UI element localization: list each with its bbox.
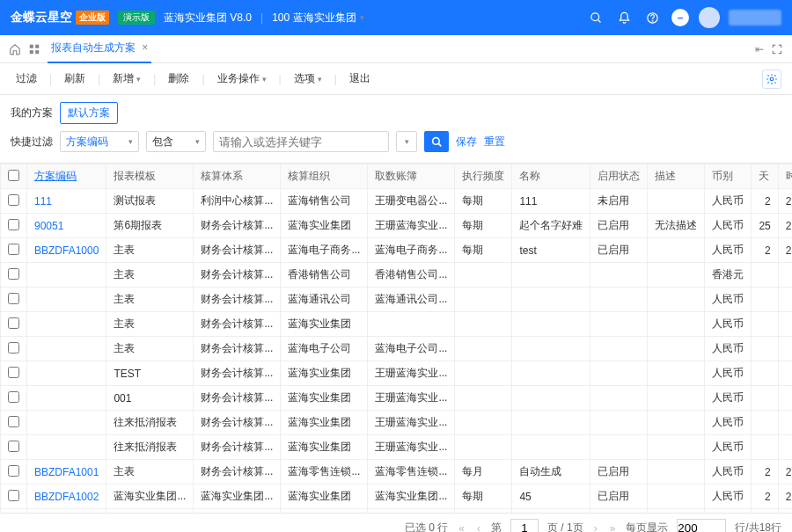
row-checkbox[interactable] [8,490,19,501]
row-checkbox[interactable] [8,244,19,255]
delete-button[interactable]: 删除 [163,68,194,90]
options-button[interactable]: 选项▾ [289,68,327,90]
filter-button[interactable]: 过滤 [11,68,42,90]
minimize-icon[interactable]: – [671,8,690,27]
avatar[interactable] [699,7,720,28]
first-page-button[interactable]: « [457,522,466,533]
table-row[interactable]: BBZDFA1000主表财务会计核算...蓝海电子商务...蓝海电子商务...每… [1,238,793,263]
row-checkbox-cell [1,337,27,361]
row-checkbox[interactable] [8,194,19,206]
table-row[interactable]: 主表财务会计核算...蓝海电子公司蓝海电子公司...人民币 [1,337,793,361]
biz-button[interactable]: 业务操作▾ [212,68,272,90]
table-row[interactable]: BBZDFA1002蓝海实业集团...蓝海实业集团...蓝海实业集团蓝海实业集团… [1,485,793,509]
table-row[interactable]: TEST财务会计核算...蓝海实业集团王珊蓝海实业...人民币 [1,361,793,386]
table-row[interactable]: 往来抵消报表财务会计核算...蓝海实业集团王珊蓝海实业...人民币 [1,435,793,460]
table-row[interactable]: 111测试报表利润中心核算...蓝海销售公司王珊变电器公...每期111未启用人… [1,189,793,214]
row-checkbox[interactable] [8,416,19,427]
field-select[interactable]: 方案编码▾ [60,131,139,152]
cell-sys: 财务会计核算... [194,460,281,485]
row-checkbox[interactable] [8,293,19,304]
perpage-select[interactable] [677,519,726,533]
gear-icon[interactable] [762,69,781,89]
row-checkbox[interactable] [8,342,19,353]
refresh-button[interactable]: 刷新 [59,68,91,90]
cell-book: 王珊蓝海实业... [368,361,455,386]
op-select[interactable]: 包含▾ [146,131,206,152]
default-plan-chip[interactable]: 默认方案 [60,102,118,124]
exit-button[interactable]: 退出 [344,68,376,90]
cell-status [590,288,648,312]
search-icon[interactable] [586,8,605,27]
cell-name [512,288,590,312]
keyword-input[interactable] [213,131,389,152]
row-checkbox[interactable] [8,441,19,452]
last-page-button[interactable]: » [608,522,618,533]
collapse-icon[interactable]: ⇤ [755,43,764,55]
col-header[interactable]: 核算体系 [194,164,281,189]
search-button[interactable] [424,131,449,152]
cell-cur: 人民币 [705,411,752,435]
home-icon[interactable] [9,43,21,55]
org-selector[interactable]: 100 蓝海实业集团 ▾ [272,11,363,26]
row-checkbox[interactable] [8,219,19,230]
col-header[interactable]: 启用状态 [590,164,648,189]
cell-hour: 23 [778,460,792,485]
cell-desc [648,288,705,312]
page-input[interactable] [510,519,539,533]
col-header[interactable]: 报表模板 [106,164,194,189]
col-header[interactable]: 名称 [512,164,590,189]
cell-hour [778,435,792,460]
cell-desc: 无法描述 [648,214,705,238]
col-header[interactable]: 核算组织 [281,164,368,189]
cell-org: 蓝海实业集团 [281,485,368,509]
col-header[interactable]: 时 [778,164,792,189]
row-checkbox[interactable] [8,268,19,280]
reset-link[interactable]: 重置 [484,135,505,149]
col-header[interactable]: 方案编码 [27,164,106,189]
cell-book: 王珊蓝海实业... [368,435,455,460]
cell-org: 蓝海电子商务... [281,238,368,263]
tab-active[interactable]: 报表自动生成方案 × [48,34,151,63]
cell-name [512,361,590,386]
cell-status [590,263,648,288]
row-checkbox[interactable] [8,465,19,477]
user-name[interactable] [729,10,781,26]
add-button[interactable]: 新增▾ [107,68,146,90]
cell-desc [648,411,705,435]
keyword-dropdown[interactable]: ▾ [396,131,417,152]
row-checkbox[interactable] [8,367,19,378]
cell-sys: 财务会计核算... [194,312,281,337]
cell-day [752,361,778,386]
cell-tpl: 主表 [106,312,194,337]
col-header[interactable]: 币别 [705,164,752,189]
table-row[interactable]: 主表财务会计核算...香港销售公司香港销售公司...香港元 [1,263,793,288]
row-checkbox[interactable] [8,317,19,329]
select-all-checkbox[interactable] [8,170,19,181]
quickfilter-label: 快捷过滤 [11,135,53,149]
col-header[interactable]: 天 [752,164,778,189]
cell-status: 已启用 [590,460,648,485]
table-row[interactable]: 001财务会计核算...蓝海实业集团王珊蓝海实业...人民币 [1,386,793,411]
next-page-button[interactable]: › [592,522,599,533]
org-name: 蓝海实业集团 V8.0 [164,11,252,26]
cell-desc [648,337,705,361]
table-row[interactable]: 往来抵消报表财务会计核算...蓝海实业集团王珊蓝海实业...人民币 [1,411,793,435]
row-checkbox[interactable] [8,391,19,403]
col-header[interactable]: 取数账簿 [368,164,455,189]
save-link[interactable]: 保存 [456,135,477,149]
table-row[interactable]: 主表财务会计核算...蓝海实业集团人民币 [1,312,793,337]
cell-hour [778,288,792,312]
col-header[interactable]: 描述 [648,164,705,189]
bell-icon[interactable] [614,8,634,27]
close-icon[interactable]: × [142,41,148,54]
table-row[interactable]: BBZDFA1001主表财务会计核算...蓝海零售连锁...蓝海零售连锁...每… [1,460,793,485]
table-row[interactable]: 90051第6期报表财务会计核算...蓝海实业集团王珊蓝海实业...每期起个名字… [1,214,793,238]
apps-icon[interactable] [28,43,40,55]
cell-org: 香港销售公司 [281,263,368,288]
cell-cur: 人民币 [705,337,752,361]
fullscreen-icon[interactable] [771,43,783,55]
help-icon[interactable] [642,8,662,27]
col-header[interactable]: 执行频度 [455,164,512,189]
table-row[interactable]: 主表财务会计核算...蓝海通讯公司蓝海通讯公司...人民币 [1,288,793,312]
prev-page-button[interactable]: ‹ [475,522,482,533]
